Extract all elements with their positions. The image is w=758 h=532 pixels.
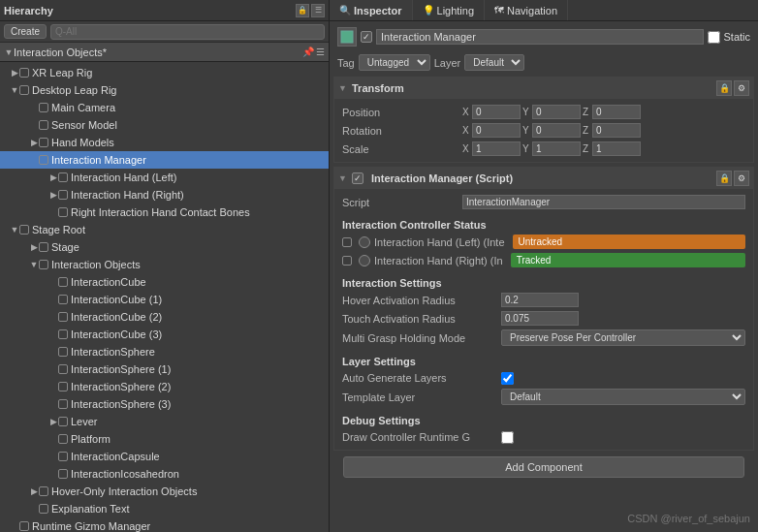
script-gear-btn[interactable]: ⚙ [734,171,749,186]
panel-menu-btn[interactable]: ☰ [311,4,325,17]
object-active-checkbox[interactable]: ✓ [361,31,372,43]
item-checkbox[interactable] [58,382,68,391]
item-checkbox[interactable] [19,68,29,78]
transform-header[interactable]: ▼ Transform 🔒 ⚙ [334,78,753,99]
multi-grasp-dropdown[interactable]: Preserve Pose Per Controller [501,329,745,346]
list-item[interactable]: ▶ Stage [0,238,329,256]
template-layer-dropdown[interactable]: Default [501,389,745,405]
list-item[interactable]: InteractionCube (2) [0,308,329,326]
item-checkbox[interactable] [58,399,68,409]
item-checkbox[interactable] [39,155,48,165]
list-item[interactable]: InteractionCube [0,273,329,291]
tab-navigation[interactable]: 🗺 Navigation [485,0,568,20]
item-checkbox[interactable] [39,242,48,252]
item-checkbox[interactable] [58,295,68,304]
list-item[interactable]: Sensor Model [0,116,329,134]
item-checkbox[interactable] [58,277,68,287]
rotation-z-input[interactable] [592,123,641,138]
touch-radius-input[interactable] [501,311,579,326]
list-item[interactable]: InteractionCube (3) [0,326,329,343]
list-item[interactable]: Explanation Text [0,500,329,517]
list-item[interactable]: InteractionCube (1) [0,291,329,308]
list-item[interactable]: Platform [0,430,329,448]
item-checkbox[interactable] [58,469,68,479]
list-item[interactable]: ▶ Interaction Hand (Right) [0,186,329,203]
list-item[interactable]: ▶ XR Leap Rig [0,64,329,81]
item-checkbox[interactable] [58,364,68,374]
item-checkbox[interactable] [39,260,48,269]
item-checkbox[interactable] [58,329,68,339]
tab-inspector[interactable]: 🔍 Inspector [330,0,413,20]
list-item[interactable]: InteractionSphere [0,343,329,360]
item-checkbox[interactable] [58,347,68,357]
list-item[interactable]: ▶ Lever [0,413,329,430]
list-item[interactable]: ▼ Stage Root [0,221,329,238]
layer-dropdown[interactable]: Default [464,54,524,71]
rotation-y-input[interactable] [532,123,581,138]
tag-dropdown[interactable]: Untagged [359,54,430,71]
static-checkbox[interactable]: Static [708,31,750,44]
rotation-x-input[interactable] [472,123,521,138]
transform-gear-btn[interactable]: ⚙ [734,80,749,96]
list-item[interactable]: InteractionIcosahedron [0,465,329,483]
list-item[interactable]: InteractionSphere (1) [0,360,329,378]
item-checkbox[interactable] [39,486,48,496]
hierarchy-toolbar: Create [0,21,329,43]
item-checkbox[interactable] [39,504,48,514]
list-item[interactable]: InteractionSphere (2) [0,378,329,395]
item-checkbox[interactable] [39,138,48,147]
list-item[interactable]: InteractionCapsule [0,448,329,465]
draw-controller-checkbox[interactable] [501,431,514,444]
list-item[interactable]: ▼ Desktop Leap Rig [0,81,329,99]
create-button[interactable]: Create [4,24,47,39]
item-checkbox[interactable] [58,417,68,426]
script-active-checkbox[interactable]: ✓ [352,172,363,184]
hand-right-checkbox[interactable] [342,256,352,266]
template-layer-row: Template Layer Default [338,387,749,407]
position-y-input[interactable] [532,105,581,119]
item-checkbox[interactable] [58,172,68,182]
list-item[interactable]: ▶ Hover-Only Interaction Objects [0,483,329,500]
item-checkbox[interactable] [39,103,48,112]
list-item[interactable]: Right Interaction Hand Contact Bones [0,203,329,221]
list-item[interactable]: ▶ Hand Models [0,134,329,151]
list-item[interactable]: ▼ Interaction Objects [0,256,329,273]
tab-lighting[interactable]: 💡 Lighting [413,0,486,20]
scale-x-input[interactable] [472,141,521,156]
item-checkbox[interactable] [58,207,68,217]
panel-lock-btn[interactable]: 🔒 [296,4,309,17]
item-checkbox[interactable] [58,312,68,322]
search-input[interactable] [50,24,325,40]
list-item[interactable]: ▶ Interaction Hand (Left) [0,169,329,186]
object-name-input[interactable] [376,29,704,45]
static-checkbox-input[interactable] [708,31,720,44]
script-lock-btn[interactable]: 🔒 [716,171,732,186]
interaction-manager-component: ▼ ✓ Interaction Manager (Script) 🔒 ⚙ Scr… [333,167,754,451]
script-value-input[interactable] [462,195,745,209]
hover-radius-input[interactable] [501,293,579,307]
list-item-interaction-manager[interactable]: Interaction Manager [0,151,329,169]
scale-z-input[interactable] [592,141,641,156]
section-title: Interaction Objects* [14,47,107,58]
item-checkbox[interactable] [58,190,68,200]
list-item[interactable]: Runtime Gizmo Manager [0,517,329,532]
list-item[interactable]: InteractionSphere (3) [0,395,329,413]
section-menu[interactable]: ☰ [316,47,325,57]
item-checkbox[interactable] [19,85,29,95]
transform-lock-btn[interactable]: 🔒 [716,80,732,96]
position-x-input[interactable] [472,105,521,119]
scale-y-input[interactable] [532,141,581,156]
item-checkbox[interactable] [19,225,29,235]
item-checkbox[interactable] [19,521,29,531]
static-label: Static [723,31,750,43]
script-component-header[interactable]: ▼ ✓ Interaction Manager (Script) 🔒 ⚙ [334,168,753,189]
hand-left-checkbox[interactable] [342,237,352,247]
list-item[interactable]: Main Camera [0,99,329,116]
item-checkbox[interactable] [58,434,68,444]
auto-generate-checkbox[interactable] [501,372,514,385]
position-z-input[interactable] [592,105,641,119]
item-checkbox[interactable] [58,452,68,461]
add-component-button[interactable]: Add Component [343,456,744,478]
section-pin[interactable]: 📌 [302,47,314,57]
item-checkbox[interactable] [39,120,48,130]
